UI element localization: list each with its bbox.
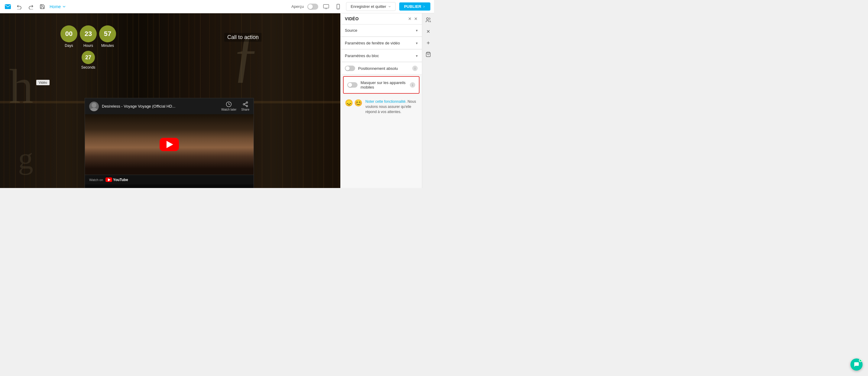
positionnement-toggle[interactable] <box>345 66 355 71</box>
minutes-circle: 57 <box>99 25 116 42</box>
svg-point-11 <box>246 105 248 107</box>
seconds-label: Seconds <box>81 65 95 69</box>
source-chevron: ▾ <box>416 28 418 33</box>
yt-avatar <box>89 101 99 111</box>
panel-pin-icon[interactable]: ✕ <box>408 16 412 21</box>
yt-header: Desireless - Voyage Voyage (Official HD.… <box>85 98 254 114</box>
bloc-label: Paramètres du bloc <box>345 54 379 58</box>
watch-later-button[interactable]: Watch later <box>221 101 236 111</box>
countdown-days: 00 Days <box>60 25 78 48</box>
publier-button[interactable]: PUBLIER <box>399 2 430 10</box>
feedback-emojis: 😞 😊 <box>345 99 362 107</box>
hours-circle: 23 <box>80 25 97 42</box>
seconds-circle: 27 <box>82 51 95 64</box>
source-section: Source ▾ <box>341 25 422 37</box>
masquer-row: Masquer sur les appareils mobiles i <box>344 77 419 93</box>
positionnement-row: Positionnement absolu i <box>341 63 422 74</box>
sad-emoji[interactable]: 😞 <box>345 99 353 107</box>
feedback-text: Noter cette fonctionnalité. Nous voulons… <box>365 99 418 114</box>
svg-rect-1 <box>323 4 329 8</box>
youtube-embed: Desireless - Voyage Voyage (Official HD.… <box>85 98 254 188</box>
yt-title: Desireless - Voyage Voyage (Official HD.… <box>102 104 175 108</box>
feedback-row: 😞 😊 Noter cette fonctionnalité. Nous vou… <box>341 95 422 118</box>
desktop-icon[interactable] <box>322 2 330 11</box>
fenetre-chevron: ▾ <box>416 41 418 45</box>
masquer-section-highlighted: Masquer sur les appareils mobiles i <box>343 76 420 94</box>
source-label: Source <box>345 28 357 33</box>
cart-icon[interactable] <box>424 50 433 59</box>
watch-on-bar: Watch on YouTube <box>85 175 254 184</box>
play-triangle <box>166 141 173 148</box>
days-label: Days <box>65 43 73 48</box>
svg-point-10 <box>243 104 245 105</box>
days-circle: 00 <box>60 25 78 42</box>
feedback-link[interactable]: Noter cette fonctionnalité <box>365 99 406 104</box>
video-label-tag[interactable]: Vidéo <box>36 80 50 85</box>
bloc-chevron: ▾ <box>416 54 418 58</box>
close-x-icon[interactable] <box>424 27 433 36</box>
youtube-logo: YouTube <box>105 178 128 182</box>
bloc-header[interactable]: Paramètres du bloc ▾ <box>341 50 422 62</box>
svg-point-9 <box>246 102 248 103</box>
users-icon[interactable] <box>424 16 433 24</box>
countdown-row-main: 00 Days 23 Hours 57 Minutes <box>60 25 116 48</box>
save-icon[interactable] <box>38 2 46 11</box>
enregistrer-button[interactable]: Enregistrer et quitter <box>346 2 396 11</box>
email-icon[interactable] <box>4 2 12 11</box>
apercu-label: Aperçu <box>291 4 304 9</box>
watch-on-text: Watch on <box>89 178 103 182</box>
countdown-seconds: 27 Seconds <box>81 51 95 69</box>
panel-sidebar <box>422 13 434 188</box>
yt-header-right: Watch later Share <box>221 101 249 111</box>
panel-header: VIDÉO ✕ ✕ <box>341 13 422 25</box>
masquer-label: Masquer sur les appareils mobiles <box>361 81 407 90</box>
toolbar-left: Home <box>4 2 66 11</box>
happy-emoji[interactable]: 😊 <box>354 99 362 107</box>
yt-header-left: Desireless - Voyage Voyage (Official HD.… <box>89 101 175 111</box>
right-panel: VIDÉO ✕ ✕ Source ▾ Paramètres de fenêtre… <box>340 13 434 188</box>
home-label: Home <box>50 4 61 9</box>
masquer-toggle[interactable] <box>347 82 358 88</box>
countdown-section: 00 Days 23 Hours 57 Minutes <box>60 25 116 69</box>
positionnement-info-icon[interactable]: i <box>412 66 418 71</box>
apercu-toggle[interactable] <box>307 4 318 10</box>
main-layout: ƒ h g 00 Days 23 Hours <box>0 13 434 188</box>
panel-main: VIDÉO ✕ ✕ Source ▾ Paramètres de fenêtre… <box>341 13 422 188</box>
yt-play-button[interactable] <box>160 138 179 151</box>
cta-text: Call to action <box>224 33 262 42</box>
hours-label: Hours <box>84 43 93 48</box>
minutes-label: Minutes <box>101 43 114 48</box>
mobile-icon[interactable] <box>334 2 342 11</box>
svg-point-7 <box>90 108 98 111</box>
positionnement-label: Positionnement absolu <box>358 66 409 71</box>
svg-rect-0 <box>5 4 11 9</box>
masquer-info-icon[interactable]: i <box>410 82 415 88</box>
fenetre-label: Paramètres de fenêtre de vidéo <box>345 41 400 45</box>
fenetre-section: Paramètres de fenêtre de vidéo ▾ <box>341 37 422 49</box>
yt-thumbnail[interactable] <box>85 114 254 175</box>
panel-header-icons: ✕ ✕ <box>408 16 418 21</box>
svg-line-12 <box>245 104 246 105</box>
plus-icon[interactable] <box>424 39 433 47</box>
home-nav[interactable]: Home <box>50 4 66 9</box>
canvas-area: ƒ h g 00 Days 23 Hours <box>0 13 340 188</box>
share-label: Share <box>241 108 249 111</box>
panel-close-icon[interactable]: ✕ <box>414 16 418 21</box>
share-button[interactable]: Share <box>241 101 249 111</box>
toolbar-right: Aperçu Enregistrer et quitter PUBLIER <box>291 2 430 11</box>
bloc-section: Paramètres du bloc ▾ <box>341 50 422 62</box>
svg-line-13 <box>245 103 246 104</box>
svg-point-14 <box>427 18 429 20</box>
countdown-minutes: 57 Minutes <box>99 25 116 48</box>
panel-title: VIDÉO <box>345 16 359 21</box>
svg-point-6 <box>92 103 96 107</box>
source-header[interactable]: Source ▾ <box>341 25 422 36</box>
toolbar: Home Aperçu Enregistrer et quitter <box>0 0 434 13</box>
fenetre-header[interactable]: Paramètres de fenêtre de vidéo ▾ <box>341 37 422 49</box>
redo-icon[interactable] <box>27 2 35 11</box>
countdown-hours: 23 Hours <box>80 25 97 48</box>
undo-icon[interactable] <box>15 2 24 11</box>
